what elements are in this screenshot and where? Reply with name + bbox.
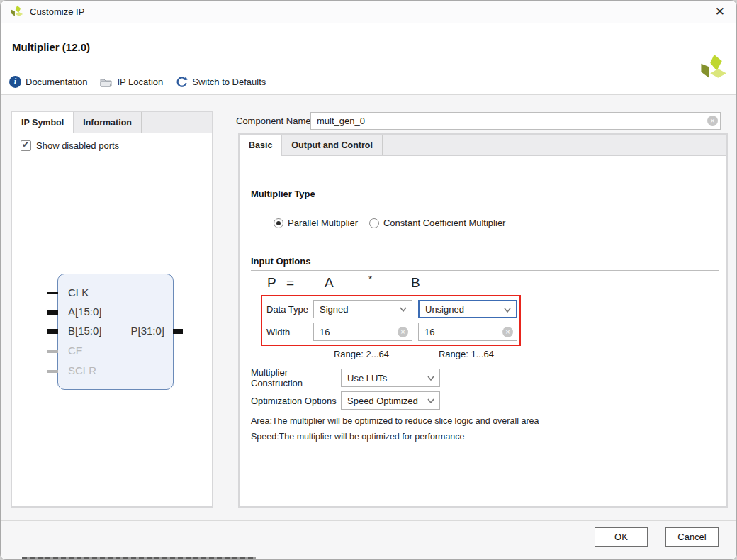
data-type-b-dropdown[interactable]: Unsigned xyxy=(418,300,517,318)
tab-output-and-control[interactable]: Output and Control xyxy=(282,135,383,155)
ip-location-label: IP Location xyxy=(117,77,163,87)
section-divider xyxy=(251,270,719,271)
width-b-value: 16 xyxy=(424,327,434,337)
multiplier-type-heading: Multiplier Type xyxy=(251,189,315,199)
vendor-logo-icon xyxy=(9,5,23,19)
clear-field-icon[interactable]: × xyxy=(502,327,513,337)
radio-parallel-multiplier[interactable]: Parallel Multiplier xyxy=(274,218,358,228)
highlighted-input-group: Data Type Signed Unsigned xyxy=(261,295,521,346)
radio-unselected-icon xyxy=(369,218,379,228)
equation-b: B xyxy=(411,275,420,291)
a-pin-stub xyxy=(47,310,58,315)
constant-coefficient-label: Constant Coefficient Multiplier xyxy=(383,218,505,228)
config-tabstrip: Basic Output and Control xyxy=(240,135,726,156)
chevron-down-icon xyxy=(427,376,434,381)
section-divider xyxy=(251,203,719,203)
ok-button[interactable]: OK xyxy=(595,527,648,547)
basic-tab-body: Multiplier Type Parallel Multiplier Cons… xyxy=(240,156,726,508)
tab-ip-symbol-label: IP Symbol xyxy=(21,118,64,128)
ip-name-title: Multiplier (12.0) xyxy=(12,41,90,53)
customize-ip-dialog: Customize IP ✕ Multiplier (12.0) i Docum… xyxy=(0,0,737,560)
area-note: Area:The multiplier will be optimized to… xyxy=(251,416,539,426)
tab-output-control-label: Output and Control xyxy=(291,140,373,150)
equation-eq: = xyxy=(286,275,294,291)
refresh-icon xyxy=(176,76,188,88)
switch-defaults-label: Switch to Defaults xyxy=(192,77,266,87)
port-b-label: B[15:0] xyxy=(68,325,102,337)
info-circle-icon: i xyxy=(9,76,21,88)
width-a-value: 16 xyxy=(320,327,330,337)
switch-to-defaults-button[interactable]: Switch to Defaults xyxy=(176,76,266,88)
radio-selected-icon xyxy=(274,218,283,228)
parallel-multiplier-label: Parallel Multiplier xyxy=(288,218,358,228)
ip-location-button[interactable]: IP Location xyxy=(100,77,163,87)
equation-p: P xyxy=(267,275,276,291)
window-title: Customize IP xyxy=(30,6,84,17)
optimization-options-value: Speed Optimized xyxy=(347,396,418,406)
p-pin-stub xyxy=(173,329,183,334)
optimization-options-label: Optimization Options xyxy=(251,396,341,406)
tab-ip-symbol[interactable]: IP Symbol xyxy=(12,112,74,133)
sclr-pin-stub xyxy=(47,370,58,373)
port-a-label: A[15:0] xyxy=(68,306,102,318)
data-type-a-value: Signed xyxy=(320,304,348,315)
data-type-b-value: Unsigned xyxy=(425,304,464,315)
folder-icon xyxy=(100,77,113,87)
data-type-label: Data Type xyxy=(266,304,313,315)
range-row: Range: 2...64 Range: 1...64 xyxy=(312,349,516,359)
dialog-footer: OK Cancel xyxy=(1,520,736,560)
data-type-row: Data Type Signed Unsigned xyxy=(266,300,517,318)
speed-note: Speed:The multiplier will be optimized f… xyxy=(251,432,465,442)
show-disabled-ports-checkbox[interactable] xyxy=(21,140,31,151)
port-clk-label: CLK xyxy=(68,286,89,298)
equation-star: * xyxy=(368,274,372,284)
input-options-heading: Input Options xyxy=(251,256,310,267)
multiplier-construction-row: Multiplier Construction Use LUTs xyxy=(251,367,440,388)
documentation-label: Documentation xyxy=(26,77,87,87)
show-disabled-ports-label: Show disabled ports xyxy=(36,140,119,151)
radio-constant-coefficient-multiplier[interactable]: Constant Coefficient Multiplier xyxy=(369,218,505,228)
range-b-label: Range: 1...64 xyxy=(417,349,516,359)
component-name-clear-icon[interactable]: × xyxy=(707,116,718,126)
show-disabled-ports-row: Show disabled ports xyxy=(12,133,212,151)
documentation-button[interactable]: i Documentation xyxy=(9,76,87,88)
multiplier-type-radios: Parallel Multiplier Constant Coefficient… xyxy=(274,218,505,228)
component-name-label: Component Name xyxy=(236,116,311,126)
toolbar: i Documentation IP Location Switch to De… xyxy=(9,76,266,88)
port-ce-label: CE xyxy=(68,345,83,357)
chevron-down-icon xyxy=(427,398,434,403)
width-row: Width 16 × 16 × xyxy=(266,323,517,341)
width-b-input[interactable]: 16 × xyxy=(418,323,517,341)
chevron-down-icon xyxy=(504,308,511,313)
ip-symbol-panel: IP Symbol Information Show disabled port… xyxy=(11,111,213,508)
clear-field-icon[interactable]: × xyxy=(398,327,408,337)
clk-pin-stub xyxy=(47,292,58,294)
optimization-options-row: Optimization Options Speed Optimized xyxy=(251,391,440,410)
cancel-button[interactable]: Cancel xyxy=(665,527,719,547)
tab-information-label: Information xyxy=(83,118,132,128)
data-type-a-dropdown[interactable]: Signed xyxy=(313,300,412,318)
close-icon[interactable]: ✕ xyxy=(715,4,725,20)
component-name-input[interactable] xyxy=(310,112,721,130)
config-panel: Basic Output and Control Multiplier Type… xyxy=(238,133,728,508)
tab-basic-label: Basic xyxy=(249,140,272,150)
title-bar: Customize IP ✕ xyxy=(1,1,736,23)
multiplier-construction-dropdown[interactable]: Use LUTs xyxy=(341,369,440,387)
tab-information[interactable]: Information xyxy=(74,112,142,133)
dialog-header: Multiplier (12.0) i Documentation IP Loc… xyxy=(1,24,736,95)
port-sclr-label: SCLR xyxy=(68,364,96,376)
ce-pin-stub xyxy=(47,350,58,353)
equation-a: A xyxy=(325,275,334,291)
width-a-input[interactable]: 16 × xyxy=(313,323,412,341)
multiplier-construction-value: Use LUTs xyxy=(347,373,387,383)
port-p-label: P[31:0] xyxy=(130,325,164,337)
tab-basic[interactable]: Basic xyxy=(240,135,282,156)
range-a-label: Range: 2...64 xyxy=(312,349,411,359)
chevron-down-icon xyxy=(400,307,407,312)
width-label: Width xyxy=(266,327,313,337)
dialog-content: IP Symbol Information Show disabled port… xyxy=(1,95,736,520)
optimization-options-dropdown[interactable]: Speed Optimized xyxy=(341,391,440,410)
ip-symbol-diagram: CLK A[15:0] B[15:0] CE SCLR P[31:0] xyxy=(57,274,174,390)
multiplier-construction-label: Multiplier Construction xyxy=(251,367,341,388)
left-tabstrip: IP Symbol Information xyxy=(12,112,212,133)
